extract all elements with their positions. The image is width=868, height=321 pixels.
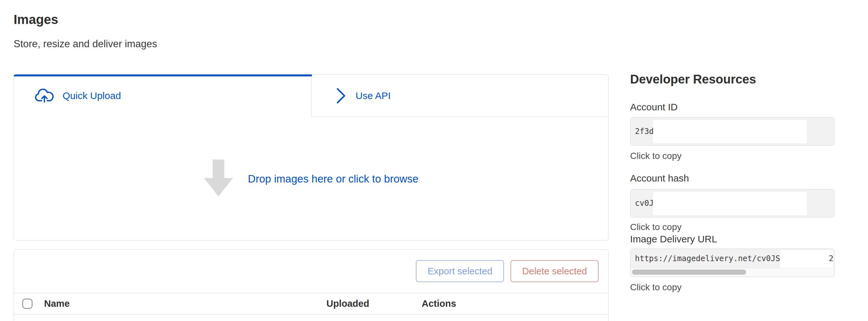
- page-subtitle: Store, resize and deliver images: [13, 38, 157, 50]
- account-hash-redaction: [653, 192, 807, 215]
- delivery-url-field[interactable]: https://imagedelivery.net/cv0JSj 2: [630, 249, 835, 277]
- tabstrip: Quick Upload Use API: [14, 75, 609, 117]
- chevron-right-icon: [336, 87, 346, 104]
- column-header-uploaded: Uploaded: [327, 298, 422, 309]
- account-id-value: 2f3d: [635, 117, 654, 145]
- account-id-field[interactable]: 2f3d: [630, 117, 835, 146]
- delivery-url-value: https://imagedelivery.net/cv0JSj: [635, 249, 785, 268]
- dropzone[interactable]: Drop images here or click to browse: [14, 117, 609, 241]
- account-hash-label: Account hash: [630, 173, 835, 184]
- image-table-panel: Export selected Delete selected Name Upl…: [13, 249, 609, 321]
- cloud-upload-icon: [34, 89, 55, 103]
- account-hash-copy-hint: Click to copy: [630, 222, 835, 232]
- delivery-url-redaction: [780, 250, 833, 268]
- tab-use-api-label: Use API: [355, 90, 391, 101]
- select-all-checkbox[interactable]: [22, 299, 32, 309]
- horizontal-scrollbar-thumb[interactable]: [632, 270, 746, 275]
- column-header-actions: Actions: [422, 298, 609, 309]
- table-toolbar: Export selected Delete selected: [14, 249, 609, 293]
- delivery-url-tail: 2: [829, 249, 833, 268]
- active-tab-indicator: [13, 74, 312, 76]
- tab-quick-upload-label: Quick Upload: [63, 90, 121, 101]
- page-title: Images: [13, 12, 58, 27]
- table-header-row: Name Uploaded Actions: [14, 293, 609, 315]
- delete-selected-button[interactable]: Delete selected: [510, 260, 599, 282]
- tab-use-api[interactable]: Use API: [311, 75, 609, 117]
- column-header-name: Name: [44, 298, 327, 309]
- delivery-url-copy-hint: Click to copy: [630, 282, 835, 292]
- export-selected-button[interactable]: Export selected: [416, 260, 504, 282]
- account-id-redaction: [653, 120, 807, 143]
- account-id-label: Account ID: [630, 102, 835, 113]
- horizontal-scrollbar-track[interactable]: [631, 268, 834, 276]
- upload-panel: Quick Upload Use API Drop images here or…: [13, 74, 609, 241]
- dropzone-label: Drop images here or click to browse: [248, 173, 418, 185]
- developer-resources-title: Developer Resources: [630, 72, 756, 86]
- tab-quick-upload[interactable]: Quick Upload: [14, 75, 311, 117]
- arrow-down-icon: [204, 159, 233, 199]
- delivery-url-label: Image Delivery URL: [630, 234, 835, 245]
- account-hash-field[interactable]: cv0J: [630, 189, 835, 217]
- account-id-copy-hint: Click to copy: [630, 151, 835, 161]
- account-hash-value: cv0J: [635, 189, 654, 217]
